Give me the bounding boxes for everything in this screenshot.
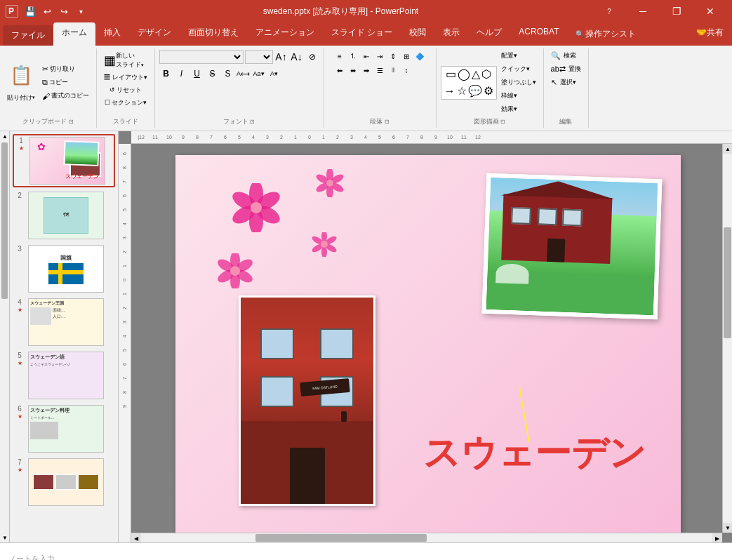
quickstyle-button[interactable]: クイック▾: [498, 63, 539, 75]
undo-button[interactable]: ↩: [39, 4, 55, 19]
canvas-scrollbar-h[interactable]: ◀ ▶: [131, 533, 722, 542]
slide-panel-scrollbar[interactable]: ▲ ▼: [0, 131, 10, 542]
ruler-h-marks: |1211109876543210123456789101112: [131, 135, 485, 140]
effect-button[interactable]: 効果▾: [498, 103, 539, 115]
find-button[interactable]: 🔍 検索: [548, 50, 584, 62]
font-face-select[interactable]: [159, 50, 244, 64]
slide-thumb-6[interactable]: 6 ★ スウェーデン料理 ミートボール...: [13, 404, 115, 454]
help-button[interactable]: ?: [593, 0, 625, 22]
slide-title[interactable]: スウェーデン: [423, 429, 646, 478]
slide-thumb-5[interactable]: 5 ★ スウェーデン語 ようこそスウェーデンへ!: [13, 350, 115, 401]
tab-acrobat[interactable]: ACROBAT: [510, 22, 567, 46]
slide-main[interactable]: FAM ÖSTLUND: [175, 155, 681, 534]
tab-insert[interactable]: 挿入: [95, 22, 129, 46]
scroll-v-track[interactable]: [723, 154, 732, 523]
tab-help[interactable]: ヘルプ: [468, 22, 510, 46]
tab-home[interactable]: ホーム: [53, 22, 95, 46]
scroll-down-btn[interactable]: ▼: [723, 523, 732, 533]
paste-button[interactable]: 📋 貼り付け▾: [4, 62, 38, 104]
flower-decoration-3: [218, 253, 253, 290]
tab-slideshow[interactable]: スライド ショー: [323, 22, 401, 46]
para-row2: ⬅ ⬌ ➡ ☰ ⫴ ↕: [333, 64, 426, 76]
arrange-button[interactable]: 配置▾: [498, 50, 539, 62]
scroll-h-thumb: [255, 534, 427, 542]
save-button[interactable]: 💾: [22, 4, 38, 19]
align-text-button[interactable]: ⊞: [400, 50, 413, 62]
font-color-button[interactable]: A▾: [267, 67, 281, 81]
indent-decrease-button[interactable]: ⇤: [360, 50, 373, 62]
slide-thumb-7[interactable]: 7 ★: [13, 457, 115, 507]
line-spacing-button[interactable]: ↕: [400, 64, 413, 76]
select-icon: ↖: [551, 78, 557, 87]
underline-button[interactable]: U: [190, 67, 204, 81]
scroll-left-btn[interactable]: ◀: [131, 533, 141, 542]
tab-file[interactable]: ファイル: [3, 25, 53, 46]
bold-button[interactable]: B: [159, 67, 173, 81]
slide-thumb-img-2: 🗺: [28, 192, 104, 239]
panel-scroll-down[interactable]: ▼: [0, 533, 10, 542]
find-label: 検索: [564, 51, 576, 60]
scroll-right-btn[interactable]: ▶: [712, 533, 722, 542]
tab-assist[interactable]: 🔍操作アシスト: [567, 22, 644, 46]
redo-button[interactable]: ↪: [56, 4, 72, 19]
fill-button[interactable]: 塗りつぶし▾: [498, 76, 539, 88]
ribbon-content: 📋 貼り付け▾ ✂切り取り ⧉コピー 🖌書式のコピー クリップボード ⊡ ▦ 新…: [0, 46, 732, 131]
cut-button[interactable]: ✂切り取り: [39, 63, 92, 75]
replace-button[interactable]: ab⇄ 置換: [548, 63, 584, 75]
tab-transitions[interactable]: 画面切り替え: [180, 22, 247, 46]
layout-button[interactable]: ☰ レイアウト▾: [101, 72, 150, 84]
scroll-h-track[interactable]: [141, 533, 712, 542]
list-number-button[interactable]: ⒈: [347, 50, 359, 62]
slide-panel: 1 ★ ✿ スウェーデン 2 🗺: [10, 131, 119, 542]
justify-button[interactable]: ☰: [373, 64, 386, 76]
tab-animations[interactable]: アニメーション: [247, 22, 323, 46]
align-right-button[interactable]: ➡: [360, 64, 373, 76]
text-shadow-button[interactable]: S: [221, 67, 235, 81]
section-button[interactable]: ☐ セクション▾: [102, 97, 150, 109]
smartart-button[interactable]: 🔷: [413, 50, 426, 62]
reset-button[interactable]: ↺ リセット: [107, 84, 145, 96]
minimize-button[interactable]: ─: [627, 0, 659, 22]
decrease-font-button[interactable]: A↓: [290, 50, 304, 64]
col-button[interactable]: ⫴: [387, 64, 399, 76]
copy-button[interactable]: ⧉コピー: [39, 76, 92, 88]
format-painter-button[interactable]: 🖌書式のコピー: [39, 90, 92, 102]
text-direction-button[interactable]: ⇕: [387, 50, 399, 62]
strikethrough-button[interactable]: S: [206, 67, 220, 81]
panel-scroll-up[interactable]: ▲: [0, 131, 10, 141]
shapes-panel[interactable]: ▭◯△⬡ →☆💬⚙: [441, 66, 497, 100]
clear-format-button[interactable]: ⊘: [305, 50, 319, 64]
list-bullet-button[interactable]: ≡: [333, 50, 346, 62]
notes-area[interactable]: ノートを入力: [0, 542, 732, 560]
select-button[interactable]: ↖ 選択▾: [548, 76, 584, 88]
share-button[interactable]: 🤝共有: [688, 22, 732, 46]
tab-view[interactable]: 表示: [434, 22, 468, 46]
slide-thumb-3[interactable]: 3 国旗: [13, 244, 115, 294]
house-photo[interactable]: [482, 173, 663, 320]
notes-placeholder[interactable]: ノートを入力: [8, 554, 55, 561]
italic-button[interactable]: I: [175, 67, 189, 81]
indent-increase-button[interactable]: ⇥: [373, 50, 386, 62]
slide-thumb-1[interactable]: 1 ★ ✿ スウェーデン: [13, 134, 115, 187]
slide-thumb-4[interactable]: 4 ★ スウェーデン王国 面積:...人口:...: [13, 297, 115, 347]
restore-button[interactable]: ❐: [660, 0, 693, 22]
spacing-button[interactable]: A⟷: [237, 67, 251, 81]
scroll-up-btn[interactable]: ▲: [723, 144, 732, 154]
outline-button[interactable]: 枠線▾: [498, 90, 539, 102]
close-button[interactable]: ✕: [694, 0, 726, 22]
case-button[interactable]: Aa▾: [252, 67, 266, 81]
new-slide-button[interactable]: ▦ 新しい スライド▾: [101, 50, 150, 71]
align-left-button[interactable]: ⬅: [333, 64, 346, 76]
canvas-scrollbar-v[interactable]: ▲ ▼: [722, 144, 732, 533]
building-facade: FAM ÖSTLUND: [241, 298, 373, 504]
font-size-select[interactable]: [245, 50, 273, 64]
new-slide-labels: 新しい スライド▾: [116, 51, 144, 69]
building-photo[interactable]: FAM ÖSTLUND: [239, 295, 375, 506]
tab-review[interactable]: 校閲: [401, 22, 434, 46]
qat-more-button[interactable]: ▾: [73, 4, 88, 19]
flower-decoration-4: [312, 232, 337, 258]
tab-design[interactable]: デザイン: [129, 22, 180, 46]
slide-thumb-2[interactable]: 2 🗺: [13, 190, 115, 241]
align-center-button[interactable]: ⬌: [347, 64, 359, 76]
increase-font-button[interactable]: A↑: [274, 50, 288, 64]
